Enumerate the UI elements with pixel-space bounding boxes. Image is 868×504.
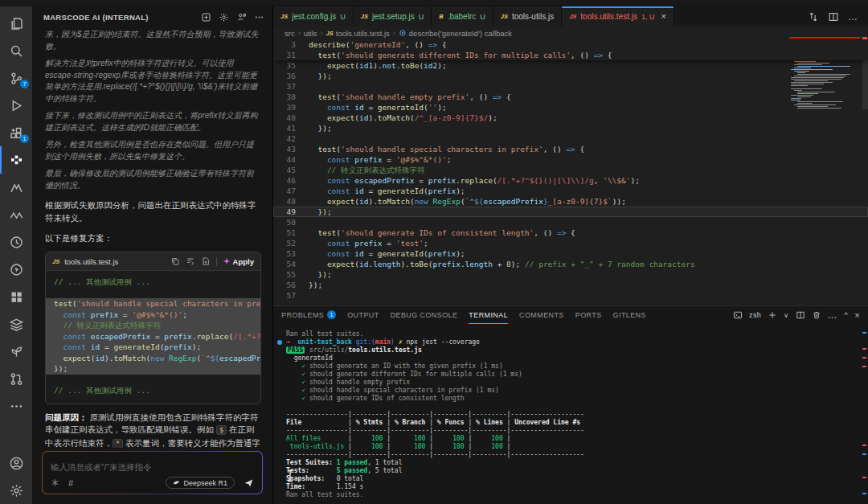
sidebar-header-icons: [201, 12, 264, 23]
code-line-52: 52 const prefix = 'test';: [273, 238, 868, 248]
split-editor-icon[interactable]: [828, 11, 839, 23]
terminal-line: ✓ should handle special characters in pr…: [286, 387, 868, 395]
split-terminal-icon[interactable]: [796, 310, 805, 320]
code-line-50: 50: [273, 217, 868, 227]
activity-item-history[interactable]: [0, 228, 32, 256]
line-number: 45: [273, 165, 296, 175]
panel-tab-gitlens[interactable]: GITLENS: [613, 306, 646, 324]
feedback-icon[interactable]: [236, 12, 247, 23]
breadcrumb-item[interactable]: src: [285, 29, 295, 38]
activity-item-explorer[interactable]: [0, 10, 32, 37]
code-line-51: 51 test('should generate IDs of consiste…: [273, 227, 868, 238]
tab-git-flag: 1, U: [641, 13, 655, 21]
copy-icon[interactable]: [170, 256, 180, 266]
minimap-line: [794, 90, 802, 91]
maximize-panel-icon[interactable]: ^: [845, 311, 849, 319]
open-changes-icon[interactable]: [808, 11, 819, 23]
panel-tab-output[interactable]: OUTPUT: [347, 306, 379, 324]
panel-scroll-mark: [862, 357, 866, 359]
terminal-line: ✓ should generate an ID with the given p…: [286, 363, 868, 371]
terminal-dropdown-icon[interactable]: ∨: [784, 312, 788, 319]
apply-button[interactable]: Apply: [223, 257, 254, 266]
code-line-31: 31 test('should generate different IDs f…: [273, 50, 868, 60]
code-suggestion-card: JS tools.utils.test.js Apply // ... 其他测试…: [45, 252, 261, 404]
breadcrumb-item[interactable]: JStools.utils.test.js: [326, 29, 390, 38]
code-line-35: 35 expect(id1).not.toBe(id2);: [273, 60, 868, 71]
panel-tab-ports[interactable]: PORTS: [575, 306, 602, 324]
terminal-line: ----------------|---------|----------|--…: [286, 427, 868, 435]
code-line-38: 38 test('should handle empty prefix', ()…: [273, 92, 868, 102]
insert-code-icon[interactable]: [186, 256, 195, 266]
panel-tab-problems[interactable]: PROBLEMS1: [281, 306, 336, 324]
more-icon[interactable]: [254, 12, 264, 23]
panel-tab-bar: PROBLEMS1OUTPUTDEBUG CONSOLETERMINALCOMM…: [273, 306, 868, 324]
activity-item-layers[interactable]: [0, 310, 32, 338]
terminal-output[interactable]: Ran all test suites.→ unit-test_back git…: [273, 324, 868, 499]
marscode-m-icon: [9, 180, 24, 195]
minimap-line: [791, 100, 800, 100]
send-button[interactable]: [244, 477, 254, 488]
minimap-line: [791, 85, 808, 86]
code-line-47: 47 const id = generateId(prefix);: [273, 186, 868, 196]
activity-item-plant[interactable]: [0, 338, 32, 365]
minimap-line: [794, 104, 836, 105]
code-card-line: // 转义正则表达式特殊字符: [46, 320, 260, 331]
close-panel-icon[interactable]: ×: [854, 310, 860, 320]
activity-item-settings[interactable]: [0, 477, 32, 504]
line-number: 46: [273, 175, 296, 186]
divider: [216, 257, 217, 266]
model-selector[interactable]: Deepseek R1: [166, 477, 235, 489]
panel-tab-terminal[interactable]: TERMINAL: [469, 306, 508, 324]
editor-tab-jest.setup.js[interactable]: JS jest.setup.js U: [354, 6, 432, 27]
activity-item-marscode-ai[interactable]: [0, 146, 32, 174]
activity-item-run-debug[interactable]: [0, 92, 32, 119]
code-line-49: 49 });: [273, 207, 868, 217]
panel-tab-debug-console[interactable]: DEBUG CONSOLE: [391, 306, 458, 324]
panel-tab-label: TERMINAL: [469, 311, 508, 319]
breadcrumb-item[interactable]: utils: [304, 29, 317, 38]
activity-item-pointer[interactable]: [0, 256, 32, 283]
panel-scroll-mark: [862, 348, 866, 350]
activity-item-git-pull-request[interactable]: [0, 365, 32, 392]
activity-item-account[interactable]: [0, 449, 32, 477]
activity-item-marscode-m[interactable]: [0, 174, 32, 201]
activity-item-more[interactable]: [0, 392, 32, 420]
reasoning-paragraph: 接下来，修改测试用例中的正则表达式，将prefix转义后再构建正则表达式。这样生…: [45, 110, 261, 133]
new-file-icon[interactable]: [201, 256, 211, 266]
code-line-39: 39 const id = generateId('');: [273, 102, 868, 113]
skills-icon[interactable]: [51, 478, 59, 487]
editor-tab-.babelrc[interactable]: B .babelrc U: [432, 6, 493, 27]
js-file-icon: JS: [52, 258, 59, 265]
close-tab-icon[interactable]: ×: [661, 12, 665, 21]
editor-tab-jest.config.js[interactable]: JS jest.config.js U: [273, 6, 354, 27]
activity-item-extensions[interactable]: 1: [0, 119, 32, 146]
minimap-line: [797, 66, 850, 67]
panel-tab-comments[interactable]: COMMENTS: [519, 306, 564, 324]
line-number: 37: [273, 81, 296, 92]
line-number: 38: [273, 92, 296, 102]
kill-terminal-icon[interactable]: [812, 310, 821, 320]
code-editor[interactable]: 3describe('generateId', () => {31 test('…: [273, 39, 868, 301]
terminal-line: All files | 100 | 100 | 100 | 100 |: [286, 435, 868, 443]
code-line-46: 46 const escapedPrefix = prefix.replace(…: [273, 175, 868, 186]
line-number: 56: [273, 280, 296, 290]
editor-tab-tools-utils.js[interactable]: JS tools-utils.js: [493, 6, 562, 27]
activity-item-source-control[interactable]: 7: [0, 64, 32, 92]
sparkle-icon: [223, 257, 231, 265]
context-hash-icon[interactable]: #: [68, 478, 73, 488]
panel-scroll-mark: [862, 332, 866, 334]
activity-item-wave[interactable]: [0, 201, 32, 228]
new-chat-icon[interactable]: [201, 12, 211, 23]
breadcrumb-item[interactable]: describe('generateId') callback: [399, 29, 512, 38]
activity-item-grid[interactable]: [0, 283, 32, 310]
code-line-54: 54 expect(id.length).toBe(prefix.length …: [273, 259, 868, 269]
activity-item-search[interactable]: [0, 37, 32, 64]
reasoning-paragraph: 解决方法是对prefix中的特殊字符进行转义。可以使用escape-string…: [45, 58, 261, 104]
chat-input[interactable]: [51, 457, 254, 477]
editor-tab-tools.utils.test.js[interactable]: JS tools.utils.test.js 1, U ×: [562, 6, 674, 27]
answer-text: 根据测试失败原因分析，问题出在正则表达式中的特殊字符未转义。: [45, 199, 261, 224]
inline-code: *: [113, 439, 123, 449]
new-terminal-icon[interactable]: [768, 310, 777, 320]
settings-icon[interactable]: [219, 12, 229, 23]
marscode-ai-icon: [9, 153, 24, 168]
